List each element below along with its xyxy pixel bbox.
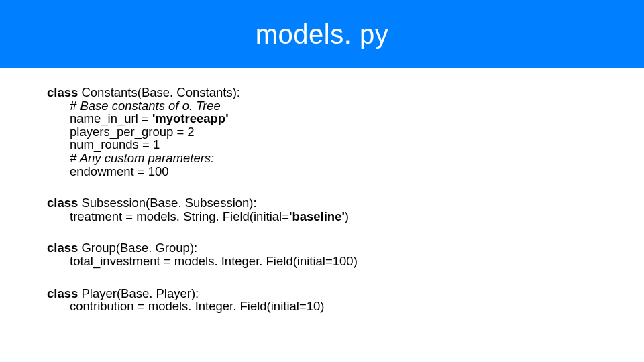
code-line: class Constants(Base. Constants):	[47, 86, 358, 99]
code-line: # Any custom parameters:	[47, 152, 358, 165]
code-line: num_rounds = 1	[47, 138, 358, 152]
code-line: contribution = models. Integer. Field(in…	[47, 300, 358, 313]
group-block: class Group(Base. Group): total_investme…	[47, 241, 358, 267]
code-line: class Player(Base. Player):	[47, 287, 358, 300]
code-line: # Base constants of o. Tree	[47, 99, 358, 113]
code-line: class Group(Base. Group):	[47, 241, 358, 255]
title-bar: models. py	[0, 0, 644, 68]
constants-block: class Constants(Base. Constants): # Base…	[47, 86, 358, 178]
code-content: class Constants(Base. Constants): # Base…	[47, 86, 358, 332]
slide: models. py class Constants(Base. Constan…	[0, 0, 644, 362]
subsession-block: class Subsession(Base. Subsession): trea…	[47, 196, 358, 223]
code-line: players_per_group = 2	[47, 125, 358, 139]
code-line: name_in_url = 'myotreeapp'	[47, 112, 358, 125]
player-block: class Player(Base. Player): contribution…	[47, 287, 358, 313]
code-line: total_investment = models. Integer. Fiel…	[47, 255, 358, 268]
code-line: class Subsession(Base. Subsession):	[47, 196, 358, 210]
code-line: treatment = models. String. Field(initia…	[47, 210, 358, 223]
slide-title: models. py	[256, 19, 388, 50]
code-line: endowment = 100	[47, 165, 358, 178]
